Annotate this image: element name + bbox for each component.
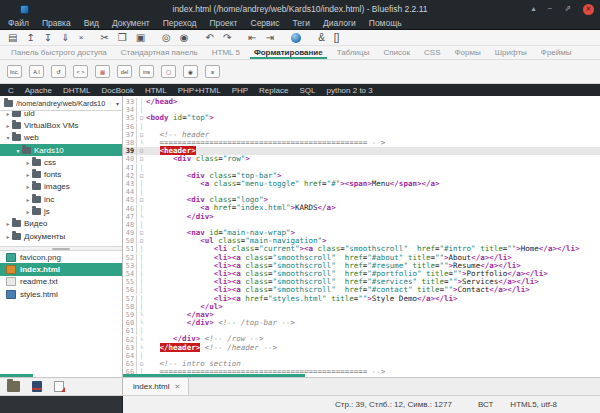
redo-icon[interactable]: ↷ xyxy=(223,33,231,43)
toolbar-tab-Стандартная панель[interactable]: Стандартная панель xyxy=(114,46,205,59)
menu-item-Правка[interactable]: Правка xyxy=(42,18,71,28)
toolbar-tab-Форматирование[interactable]: Форматирование xyxy=(247,46,330,59)
format-view-button[interactable]: ◉ xyxy=(183,65,198,78)
expand-icon[interactable]: ▸ xyxy=(4,111,12,117)
code-editor[interactable]: 33│</head>34│35⊟<body id="top">36│37⊟ <!… xyxy=(123,96,600,377)
fold-toggle-icon[interactable]: ⊟ xyxy=(137,360,146,368)
lang-Replace[interactable]: Replace xyxy=(259,86,288,95)
tab-index-html[interactable]: index.html ✕ xyxy=(123,378,189,395)
fold-toggle-icon[interactable]: ⊟ xyxy=(137,172,146,180)
tree-item-images[interactable]: ▸images xyxy=(0,181,122,193)
lang-SQL[interactable]: SQL xyxy=(299,86,315,95)
bookmarks-tab[interactable] xyxy=(54,381,64,392)
save-file-icon[interactable]: ↧ xyxy=(44,33,52,43)
preview-in-browser-icon[interactable] xyxy=(291,33,301,43)
toolbar-tab-Таблицы[interactable]: Таблицы xyxy=(330,46,377,59)
find-replace-icon[interactable]: ◉ xyxy=(180,33,189,43)
format-refresh-button[interactable]: ↺ xyxy=(51,65,66,78)
format-frame-button[interactable]: ▢ xyxy=(161,65,176,78)
fold-toggle-icon[interactable]: ⊟ xyxy=(137,196,146,204)
menu-item-Документ[interactable]: Документ xyxy=(112,18,150,28)
tree-item-uld[interactable]: ▸uld xyxy=(0,111,122,119)
format-table-button[interactable]: ▦ xyxy=(95,65,110,78)
menu-item-Переход[interactable]: Переход xyxy=(163,18,197,28)
minimize-button[interactable]: − xyxy=(548,5,553,13)
fold-toggle-icon[interactable]: ⊟ xyxy=(137,155,146,163)
expand-icon[interactable]: ▸ xyxy=(24,171,32,178)
tree-item-css[interactable]: ▸css xyxy=(0,156,122,168)
toolbar-tab-CSS[interactable]: CSS xyxy=(417,46,447,59)
file-item-styles.html[interactable]: styles.html xyxy=(0,288,122,300)
toolbar-tab-Формы[interactable]: Формы xyxy=(447,46,487,59)
menu-item-Диалоги[interactable]: Диалоги xyxy=(323,18,356,28)
file-browser-tab[interactable] xyxy=(7,381,20,392)
format-acronym-button[interactable]: A.I xyxy=(29,65,44,78)
tree-item-fonts[interactable]: ▸fonts xyxy=(0,168,122,180)
unindent-icon[interactable]: ⇤ xyxy=(248,33,256,43)
new-document-icon[interactable]: ▤ xyxy=(8,33,17,43)
menu-item-Теги[interactable]: Теги xyxy=(293,18,310,28)
open-file-icon[interactable]: ↥ xyxy=(26,33,34,43)
fold-toggle-icon[interactable]: ⊟ xyxy=(137,147,146,155)
close-button[interactable]: ✕ xyxy=(583,4,594,15)
menu-item-Проект[interactable]: Проект xyxy=(210,18,238,28)
tree-item-Документы[interactable]: ▸Документы xyxy=(0,230,122,242)
shade-button[interactable]: ▴ xyxy=(532,5,536,13)
find-icon[interactable]: ◎ xyxy=(162,33,171,43)
close-icon[interactable]: ✕ xyxy=(174,383,180,391)
tree-item-inc[interactable]: ▸inc xyxy=(0,193,122,205)
lang-PHP+HTML[interactable]: PHP+HTML xyxy=(178,86,221,95)
lang-C[interactable]: C xyxy=(8,86,14,95)
expand-icon[interactable]: ▸ xyxy=(4,233,12,240)
menu-item-Вид[interactable]: Вид xyxy=(84,18,99,28)
fold-toggle-icon[interactable]: ⊟ xyxy=(137,114,146,122)
close-document-icon[interactable]: × xyxy=(79,33,84,43)
lang-PHP[interactable]: PHP xyxy=(232,86,248,95)
cut-icon[interactable]: ✂ xyxy=(100,33,108,43)
toolbar-tab-Список[interactable]: Список xyxy=(376,46,417,59)
collapse-icon[interactable]: ▾ xyxy=(14,147,22,154)
editor-horizontal-scrollbar[interactable] xyxy=(123,374,305,377)
reference-tab[interactable] xyxy=(32,381,42,392)
directory-dropdown[interactable]: /home/andrey/web/Kards10 ▾ xyxy=(0,96,122,111)
lang-Apache[interactable]: Apache xyxy=(25,86,52,95)
toolbar-tab-Фреймы[interactable]: Фреймы xyxy=(534,46,579,59)
menu-item-Помощь[interactable]: Помощь xyxy=(369,18,402,28)
undo-icon[interactable]: ↶ xyxy=(206,33,214,43)
lang-DocBook[interactable]: DocBook xyxy=(101,86,133,95)
toolbar-tab-HTML 5[interactable]: HTML 5 xyxy=(205,46,247,59)
toolbar-tab-Шрифты[interactable]: Шрифты xyxy=(488,46,534,59)
expand-icon[interactable]: ▸ xyxy=(24,183,32,190)
format-ins-button[interactable]: ins xyxy=(139,65,154,78)
collapse-icon[interactable]: ▾ xyxy=(4,134,12,141)
format-del-button[interactable]: del xyxy=(117,65,132,78)
fold-toggle-icon[interactable]: ⊟ xyxy=(137,229,146,237)
format-inc-button[interactable]: Inc. xyxy=(7,65,22,78)
special-character-icon[interactable]: & xyxy=(318,33,325,43)
file-item-readme.txt[interactable]: readme.txt xyxy=(0,276,122,288)
lang-python 2 to 3[interactable]: python 2 to 3 xyxy=(326,86,372,95)
fold-toggle-icon[interactable]: ⊟ xyxy=(137,131,146,139)
save-as-icon[interactable]: ⇓ xyxy=(61,33,69,43)
format-code-button[interactable]: < > xyxy=(73,65,88,78)
format-align-button[interactable]: ≡ xyxy=(205,65,220,78)
expand-icon[interactable]: ▸ xyxy=(24,208,32,215)
lang-DHTML[interactable]: DHTML xyxy=(63,86,91,95)
tree-item-js[interactable]: ▸js xyxy=(0,205,122,217)
tree-item-Видео[interactable]: ▸Видео xyxy=(0,218,122,230)
brackets-icon[interactable]: [] xyxy=(334,33,340,43)
file-item-index.html[interactable]: index.html xyxy=(0,263,122,275)
copy-icon[interactable]: ❐ xyxy=(118,33,127,43)
tree-item-Kards10[interactable]: ▾Kards10 xyxy=(0,144,122,156)
tree-item-web[interactable]: ▾web xyxy=(0,132,122,144)
toolbar-tab-Панель быстрого доступа[interactable]: Панель быстрого доступа xyxy=(4,46,114,59)
sidebar-horizontal-scrollbar[interactable] xyxy=(0,374,33,377)
expand-icon[interactable]: ▸ xyxy=(24,196,32,203)
fold-toggle-icon[interactable]: ⊟ xyxy=(137,237,146,245)
expand-icon[interactable]: ▸ xyxy=(4,220,12,227)
expand-icon[interactable]: ▸ xyxy=(24,159,32,166)
menu-item-Файл[interactable]: Файл xyxy=(8,18,29,28)
lang-HTML[interactable]: HTML xyxy=(145,86,167,95)
indent-icon[interactable]: ⇥ xyxy=(266,33,274,43)
file-item-favicon.png[interactable]: favicon.png xyxy=(0,251,122,263)
